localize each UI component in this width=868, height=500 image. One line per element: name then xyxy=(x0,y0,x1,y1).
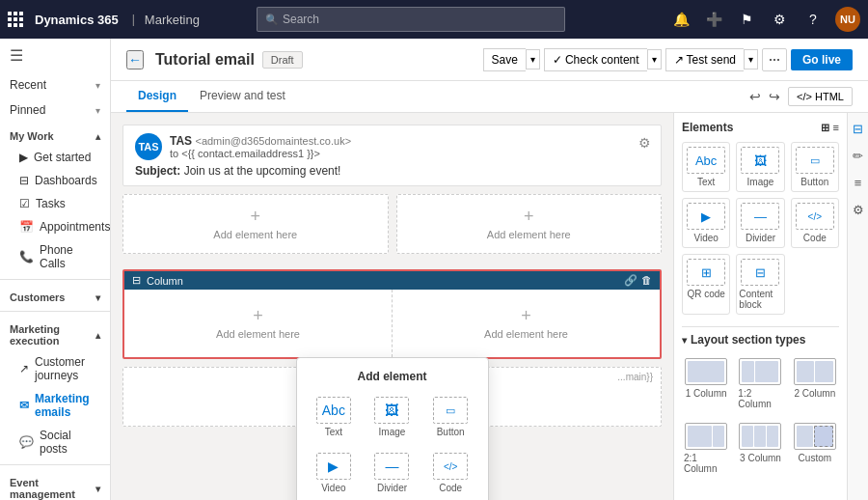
html-icon: </> xyxy=(797,91,812,102)
add-element-top-left[interactable]: + Add element here xyxy=(123,195,388,253)
qrcode-icon: ⊞ xyxy=(687,259,725,286)
sidebar-hamburger[interactable]: ☰ xyxy=(0,39,110,72)
add-icon[interactable]: ➕ xyxy=(704,9,725,30)
popup-item-video-label: Video xyxy=(321,483,345,493)
col-left[interactable]: + Add element here xyxy=(124,290,393,357)
sidebar-group-mywork[interactable]: My Work ▴ xyxy=(0,123,110,146)
element-code[interactable]: </> Code xyxy=(791,198,839,248)
popup-item-image[interactable]: 🖼 Image xyxy=(366,393,418,441)
layout-12col-icon xyxy=(739,358,781,385)
avatar[interactable]: NU xyxy=(835,7,860,32)
gear-icon[interactable]: ⚙ xyxy=(638,135,651,151)
undo-icon[interactable]: ↩ xyxy=(749,89,761,104)
recent-label: Recent xyxy=(10,78,46,92)
settings-panel-icon[interactable]: ⚙ xyxy=(849,200,868,219)
test-send-dropdown[interactable]: ▾ xyxy=(744,49,758,69)
redo-icon[interactable]: ↪ xyxy=(769,89,780,104)
element-video[interactable]: ▶ Video xyxy=(682,198,730,248)
styles-panel-icon[interactable]: ✏ xyxy=(849,146,868,165)
search-input[interactable] xyxy=(283,13,556,26)
layout-custom[interactable]: Custom xyxy=(791,419,839,478)
sender-row: TAS TAS <admin@d365domaintest.co.uk> to … xyxy=(135,133,649,160)
bell-icon[interactable]: 🔔 xyxy=(671,9,692,30)
add-element-btn-right[interactable]: + Add element here xyxy=(484,307,568,340)
element-divider[interactable]: — Divider xyxy=(736,198,784,248)
sidebar-group-marketing-exec[interactable]: Marketing execution ▴ xyxy=(0,316,110,350)
sidebar-item-dashboards[interactable]: ⊟ Dashboards xyxy=(0,169,110,192)
tabs: Design Preview and test xyxy=(126,81,297,112)
layout-section-title[interactable]: ▾ Layout section types xyxy=(682,333,839,347)
element-button[interactable]: ▭ Button xyxy=(791,142,839,192)
sidebar-item-customer-journeys[interactable]: ↗ Customer journeys xyxy=(0,350,110,387)
link-icon[interactable]: 🔗 xyxy=(624,274,637,287)
sidebar-item-getstarted[interactable]: ▶ Get started xyxy=(0,146,110,169)
tab-design[interactable]: Design xyxy=(126,81,188,112)
contentblock-label: Content block xyxy=(739,289,781,310)
element-qrcode[interactable]: ⊞ QR code xyxy=(682,254,730,315)
layout-3col[interactable]: 3 Column xyxy=(736,419,784,478)
back-button[interactable]: ← xyxy=(126,50,144,69)
tab-preview[interactable]: Preview and test xyxy=(188,81,297,112)
element-contentblock[interactable]: ⊟ Content block xyxy=(736,254,784,315)
add-element-btn-tl[interactable]: + Add element here xyxy=(213,208,297,240)
sidebar-group-customers[interactable]: Customers ▾ xyxy=(0,284,110,307)
right-panel-icons: ⊟ ✏ ≡ ⚙ xyxy=(847,113,868,500)
sidebar-item-social-posts[interactable]: 💬 Social posts xyxy=(0,424,110,460)
layout-12col-label: 1:2 Column xyxy=(738,388,782,409)
popup-item-image-label: Image xyxy=(379,427,406,437)
sidebar-item-marketing-emails[interactable]: ✉ Marketing emails xyxy=(0,387,110,424)
popup-item-divider[interactable]: — Divider xyxy=(366,449,418,497)
add-element-top-right[interactable]: + Add element here xyxy=(397,195,662,253)
check-content-button[interactable]: ✓ Check content xyxy=(544,48,647,71)
check-content-dropdown[interactable]: ▾ xyxy=(647,49,662,69)
filter-icon[interactable]: ⚑ xyxy=(737,9,758,30)
test-send-button[interactable]: ↗ Test send xyxy=(665,48,744,71)
header-actions: Save ▾ ✓ Check content ▾ ↗ Test send ▾ xyxy=(483,48,853,71)
list-view-icon[interactable]: ≡ xyxy=(833,122,839,134)
layout-1col[interactable]: 1 Column xyxy=(682,354,730,413)
sidebar: ☰ Recent ▾ Pinned ▾ My Work ▴ ▶ Get star… xyxy=(0,39,111,500)
element-text[interactable]: Abc Text xyxy=(682,142,730,192)
test-send-group: ↗ Test send ▾ xyxy=(665,48,758,71)
save-button[interactable]: Save xyxy=(483,48,526,71)
add-element-btn-tr[interactable]: + Add element here xyxy=(487,208,571,240)
column-header-icons: 🔗 🗑 xyxy=(624,274,652,287)
settings-icon[interactable]: ⚙ xyxy=(770,9,791,30)
sidebar-item-recent[interactable]: Recent ▾ xyxy=(0,72,110,97)
go-live-button[interactable]: Go live xyxy=(791,49,853,70)
save-dropdown-button[interactable]: ▾ xyxy=(526,49,540,69)
content-panel-icon[interactable]: ≡ xyxy=(849,173,868,192)
search-bar[interactable]: 🔍 xyxy=(257,7,565,32)
layout-21col[interactable]: 2:1 Column xyxy=(682,419,730,478)
popup-item-code[interactable]: </> Code xyxy=(425,449,476,497)
top-left-block: + Add element here xyxy=(122,194,389,254)
element-image[interactable]: 🖼 Image xyxy=(736,142,784,192)
layout-custom-icon xyxy=(794,423,836,450)
add-element-btn-left[interactable]: + Add element here xyxy=(216,307,300,340)
check-icon: ✓ xyxy=(553,53,562,67)
elements-panel-icon[interactable]: ⊟ xyxy=(849,119,868,138)
layout-12col[interactable]: 1:2 Column xyxy=(736,354,784,413)
col-right[interactable]: + Add element here xyxy=(393,290,660,357)
popup-item-button[interactable]: ▭ Button xyxy=(425,393,476,441)
sidebar-item-appointments[interactable]: 📅 Appointments xyxy=(0,215,110,238)
sidebar-item-phonecalls[interactable]: 📞 Phone Calls xyxy=(0,238,110,275)
content-area: ← Tutorial email Draft Save ▾ ✓ Check co… xyxy=(111,39,868,500)
grid-view-icon[interactable]: ⊞ xyxy=(821,122,829,134)
help-icon[interactable]: ? xyxy=(802,9,824,30)
app-grid-icon[interactable] xyxy=(8,12,23,27)
email-canvas: TAS TAS <admin@d365domaintest.co.uk> to … xyxy=(111,113,673,500)
sidebar-item-tasks[interactable]: ☑ Tasks xyxy=(0,192,110,215)
popup-item-text[interactable]: Abc Text xyxy=(309,393,360,441)
sidebar-group-events[interactable]: Event management ▾ xyxy=(0,469,110,500)
tab-actions: ↩ ↪ </> HTML xyxy=(749,87,853,106)
divider-label: Divider xyxy=(746,233,775,243)
sidebar-item-pinned[interactable]: Pinned ▾ xyxy=(0,97,110,123)
trash-icon[interactable]: 🗑 xyxy=(641,274,652,287)
more-options-button[interactable]: ⋯ xyxy=(762,48,787,71)
popup-item-video[interactable]: ▶ Video xyxy=(309,449,360,497)
html-button[interactable]: </> HTML xyxy=(788,87,853,106)
video-label: Video xyxy=(693,233,718,243)
layout-2col[interactable]: 2 Column xyxy=(791,354,839,413)
selected-column-block: ⊟ Column 🔗 🗑 + Add element here xyxy=(122,269,662,359)
